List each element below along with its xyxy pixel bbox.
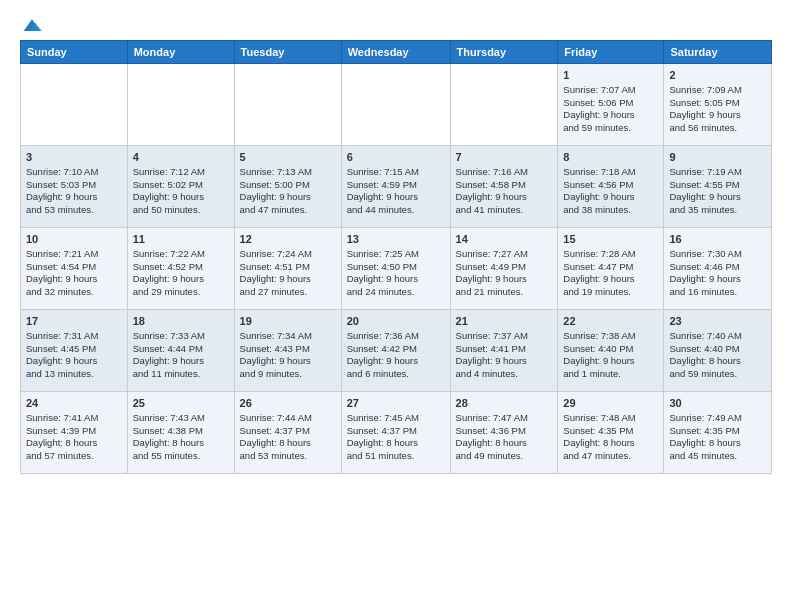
logo-icon <box>22 16 42 36</box>
day-info: Sunrise: 7:28 AM Sunset: 4:47 PM Dayligh… <box>563 248 635 297</box>
day-number: 16 <box>669 232 766 247</box>
calendar-table: SundayMondayTuesdayWednesdayThursdayFrid… <box>20 40 772 474</box>
calendar-cell: 1Sunrise: 7:07 AM Sunset: 5:06 PM Daylig… <box>558 64 664 146</box>
calendar-cell: 12Sunrise: 7:24 AM Sunset: 4:51 PM Dayli… <box>234 228 341 310</box>
day-info: Sunrise: 7:31 AM Sunset: 4:45 PM Dayligh… <box>26 330 98 379</box>
day-number: 15 <box>563 232 658 247</box>
day-number: 30 <box>669 396 766 411</box>
day-info: Sunrise: 7:37 AM Sunset: 4:41 PM Dayligh… <box>456 330 528 379</box>
calendar-cell: 21Sunrise: 7:37 AM Sunset: 4:41 PM Dayli… <box>450 310 558 392</box>
day-info: Sunrise: 7:24 AM Sunset: 4:51 PM Dayligh… <box>240 248 312 297</box>
day-number: 11 <box>133 232 229 247</box>
calendar-cell <box>450 64 558 146</box>
day-number: 8 <box>563 150 658 165</box>
calendar-cell <box>341 64 450 146</box>
day-number: 10 <box>26 232 122 247</box>
calendar-cell: 2Sunrise: 7:09 AM Sunset: 5:05 PM Daylig… <box>664 64 772 146</box>
day-info: Sunrise: 7:18 AM Sunset: 4:56 PM Dayligh… <box>563 166 635 215</box>
day-number: 6 <box>347 150 445 165</box>
day-info: Sunrise: 7:13 AM Sunset: 5:00 PM Dayligh… <box>240 166 312 215</box>
day-info: Sunrise: 7:21 AM Sunset: 4:54 PM Dayligh… <box>26 248 98 297</box>
day-info: Sunrise: 7:38 AM Sunset: 4:40 PM Dayligh… <box>563 330 635 379</box>
calendar-cell <box>21 64 128 146</box>
calendar-cell: 28Sunrise: 7:47 AM Sunset: 4:36 PM Dayli… <box>450 392 558 474</box>
calendar-cell: 6Sunrise: 7:15 AM Sunset: 4:59 PM Daylig… <box>341 146 450 228</box>
day-info: Sunrise: 7:09 AM Sunset: 5:05 PM Dayligh… <box>669 84 741 133</box>
day-number: 23 <box>669 314 766 329</box>
day-number: 12 <box>240 232 336 247</box>
day-number: 22 <box>563 314 658 329</box>
calendar-cell: 20Sunrise: 7:36 AM Sunset: 4:42 PM Dayli… <box>341 310 450 392</box>
day-info: Sunrise: 7:47 AM Sunset: 4:36 PM Dayligh… <box>456 412 528 461</box>
calendar-cell: 11Sunrise: 7:22 AM Sunset: 4:52 PM Dayli… <box>127 228 234 310</box>
calendar-cell: 7Sunrise: 7:16 AM Sunset: 4:58 PM Daylig… <box>450 146 558 228</box>
calendar-week-row: 1Sunrise: 7:07 AM Sunset: 5:06 PM Daylig… <box>21 64 772 146</box>
day-number: 17 <box>26 314 122 329</box>
day-info: Sunrise: 7:33 AM Sunset: 4:44 PM Dayligh… <box>133 330 205 379</box>
calendar-cell: 15Sunrise: 7:28 AM Sunset: 4:47 PM Dayli… <box>558 228 664 310</box>
calendar-cell: 19Sunrise: 7:34 AM Sunset: 4:43 PM Dayli… <box>234 310 341 392</box>
calendar-cell: 9Sunrise: 7:19 AM Sunset: 4:55 PM Daylig… <box>664 146 772 228</box>
day-number: 7 <box>456 150 553 165</box>
weekday-header-wednesday: Wednesday <box>341 41 450 64</box>
calendar-week-row: 24Sunrise: 7:41 AM Sunset: 4:39 PM Dayli… <box>21 392 772 474</box>
day-info: Sunrise: 7:44 AM Sunset: 4:37 PM Dayligh… <box>240 412 312 461</box>
calendar-header-row: SundayMondayTuesdayWednesdayThursdayFrid… <box>21 41 772 64</box>
day-info: Sunrise: 7:40 AM Sunset: 4:40 PM Dayligh… <box>669 330 741 379</box>
weekday-header-friday: Friday <box>558 41 664 64</box>
weekday-header-saturday: Saturday <box>664 41 772 64</box>
calendar-week-row: 3Sunrise: 7:10 AM Sunset: 5:03 PM Daylig… <box>21 146 772 228</box>
calendar-cell: 30Sunrise: 7:49 AM Sunset: 4:35 PM Dayli… <box>664 392 772 474</box>
day-info: Sunrise: 7:45 AM Sunset: 4:37 PM Dayligh… <box>347 412 419 461</box>
day-info: Sunrise: 7:07 AM Sunset: 5:06 PM Dayligh… <box>563 84 635 133</box>
calendar-cell: 22Sunrise: 7:38 AM Sunset: 4:40 PM Dayli… <box>558 310 664 392</box>
weekday-header-thursday: Thursday <box>450 41 558 64</box>
calendar-cell: 16Sunrise: 7:30 AM Sunset: 4:46 PM Dayli… <box>664 228 772 310</box>
day-info: Sunrise: 7:41 AM Sunset: 4:39 PM Dayligh… <box>26 412 98 461</box>
page: SundayMondayTuesdayWednesdayThursdayFrid… <box>0 0 792 484</box>
day-number: 5 <box>240 150 336 165</box>
day-number: 24 <box>26 396 122 411</box>
day-info: Sunrise: 7:27 AM Sunset: 4:49 PM Dayligh… <box>456 248 528 297</box>
day-info: Sunrise: 7:36 AM Sunset: 4:42 PM Dayligh… <box>347 330 419 379</box>
calendar-cell: 26Sunrise: 7:44 AM Sunset: 4:37 PM Dayli… <box>234 392 341 474</box>
calendar-cell: 3Sunrise: 7:10 AM Sunset: 5:03 PM Daylig… <box>21 146 128 228</box>
day-info: Sunrise: 7:10 AM Sunset: 5:03 PM Dayligh… <box>26 166 98 215</box>
calendar-cell: 29Sunrise: 7:48 AM Sunset: 4:35 PM Dayli… <box>558 392 664 474</box>
day-info: Sunrise: 7:19 AM Sunset: 4:55 PM Dayligh… <box>669 166 741 215</box>
calendar-cell: 4Sunrise: 7:12 AM Sunset: 5:02 PM Daylig… <box>127 146 234 228</box>
day-number: 20 <box>347 314 445 329</box>
calendar-cell: 24Sunrise: 7:41 AM Sunset: 4:39 PM Dayli… <box>21 392 128 474</box>
day-number: 28 <box>456 396 553 411</box>
day-number: 9 <box>669 150 766 165</box>
day-number: 19 <box>240 314 336 329</box>
weekday-header-tuesday: Tuesday <box>234 41 341 64</box>
weekday-header-sunday: Sunday <box>21 41 128 64</box>
day-info: Sunrise: 7:25 AM Sunset: 4:50 PM Dayligh… <box>347 248 419 297</box>
calendar-cell <box>127 64 234 146</box>
day-info: Sunrise: 7:12 AM Sunset: 5:02 PM Dayligh… <box>133 166 205 215</box>
day-info: Sunrise: 7:49 AM Sunset: 4:35 PM Dayligh… <box>669 412 741 461</box>
day-number: 26 <box>240 396 336 411</box>
calendar-cell: 27Sunrise: 7:45 AM Sunset: 4:37 PM Dayli… <box>341 392 450 474</box>
day-number: 1 <box>563 68 658 83</box>
calendar-cell: 18Sunrise: 7:33 AM Sunset: 4:44 PM Dayli… <box>127 310 234 392</box>
header <box>20 16 772 32</box>
calendar-cell <box>234 64 341 146</box>
day-number: 3 <box>26 150 122 165</box>
day-info: Sunrise: 7:22 AM Sunset: 4:52 PM Dayligh… <box>133 248 205 297</box>
calendar-week-row: 17Sunrise: 7:31 AM Sunset: 4:45 PM Dayli… <box>21 310 772 392</box>
calendar-week-row: 10Sunrise: 7:21 AM Sunset: 4:54 PM Dayli… <box>21 228 772 310</box>
day-info: Sunrise: 7:16 AM Sunset: 4:58 PM Dayligh… <box>456 166 528 215</box>
day-info: Sunrise: 7:48 AM Sunset: 4:35 PM Dayligh… <box>563 412 635 461</box>
day-number: 25 <box>133 396 229 411</box>
calendar-cell: 23Sunrise: 7:40 AM Sunset: 4:40 PM Dayli… <box>664 310 772 392</box>
day-info: Sunrise: 7:15 AM Sunset: 4:59 PM Dayligh… <box>347 166 419 215</box>
day-number: 14 <box>456 232 553 247</box>
day-info: Sunrise: 7:43 AM Sunset: 4:38 PM Dayligh… <box>133 412 205 461</box>
calendar-cell: 5Sunrise: 7:13 AM Sunset: 5:00 PM Daylig… <box>234 146 341 228</box>
day-number: 2 <box>669 68 766 83</box>
day-number: 27 <box>347 396 445 411</box>
weekday-header-monday: Monday <box>127 41 234 64</box>
day-info: Sunrise: 7:30 AM Sunset: 4:46 PM Dayligh… <box>669 248 741 297</box>
